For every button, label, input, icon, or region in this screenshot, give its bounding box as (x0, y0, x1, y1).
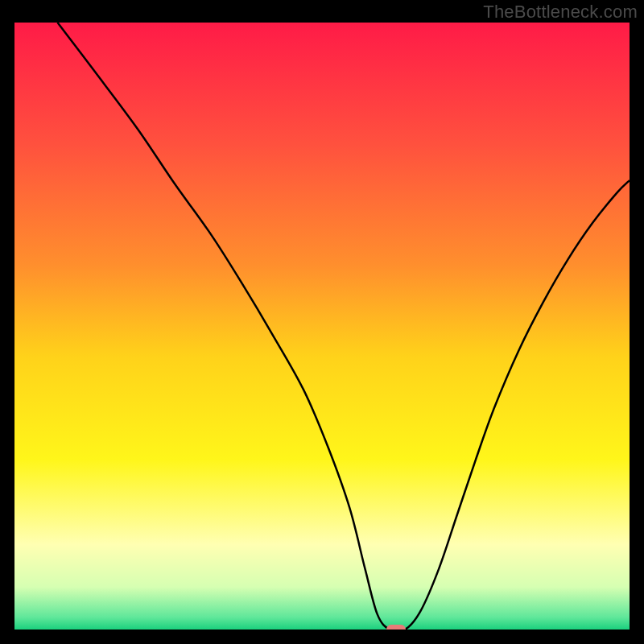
chart-frame: TheBottleneck.com (0, 0, 644, 644)
chart-svg (14, 23, 630, 630)
gradient-background (14, 23, 630, 630)
plot-area (14, 23, 630, 630)
watermark-text: TheBottleneck.com (483, 2, 638, 23)
optimal-point-marker (386, 625, 406, 630)
plot-container (14, 23, 630, 630)
